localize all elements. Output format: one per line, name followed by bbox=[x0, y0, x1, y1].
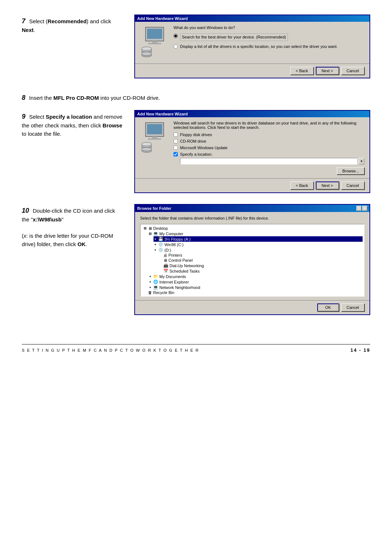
tree-label-ie: Internet Explorer bbox=[159, 280, 189, 284]
step9-cb4-row: Specify a location: bbox=[173, 152, 364, 156]
svg-rect-3 bbox=[148, 43, 161, 44]
close-button[interactable]: × bbox=[362, 206, 367, 211]
tree-expand-win98[interactable]: + bbox=[154, 243, 157, 246]
step7-radio2-label: Display a list of all the drivers in a s… bbox=[180, 44, 338, 49]
step7-radio1-input[interactable] bbox=[173, 34, 178, 38]
step9-browse-button[interactable]: Browse... bbox=[337, 167, 364, 175]
tree-expand-d[interactable]: + bbox=[154, 248, 157, 252]
step7-radio1: Search for the best driver for your devi… bbox=[173, 33, 364, 41]
tree-expand-scheduledtasks bbox=[159, 269, 162, 273]
tree-item-networkhood[interactable]: + 💻 Network Neighborhood bbox=[148, 285, 363, 290]
tree-item-scheduledtasks[interactable]: 📅 Scheduled Tasks bbox=[159, 268, 363, 274]
step9-cb2: CD-ROM drive bbox=[173, 139, 364, 143]
tree-item-dialup[interactable]: 📠 Dial-Up Networking bbox=[159, 263, 363, 268]
step9-cb2-input[interactable] bbox=[173, 139, 178, 143]
step7-radio2: Display a list of all the drivers in a s… bbox=[173, 44, 364, 49]
svg-point-6 bbox=[142, 47, 152, 50]
svg-rect-2 bbox=[152, 41, 157, 43]
svg-rect-11 bbox=[152, 136, 157, 138]
tree-item-win98[interactable]: + 💿 Win98 (C:) bbox=[154, 242, 363, 247]
step7-dialog-content: What do you want Windows to do? Search f… bbox=[173, 25, 364, 60]
step7-dialog-titlebar: Add New Hardware Wizard bbox=[135, 15, 369, 22]
tree-expand-recyclebin bbox=[143, 291, 147, 294]
tree-label-dialup: Dial-Up Networking bbox=[170, 264, 204, 268]
tree-icon-mycomputer: 💻 bbox=[153, 231, 158, 236]
step7-cancel-button[interactable]: Cancel bbox=[341, 67, 364, 75]
step9-cb1-input[interactable] bbox=[173, 132, 178, 137]
tree-label-desktop: Desktop bbox=[153, 226, 168, 230]
step7-bold2: Next bbox=[22, 27, 34, 33]
step9-section: 9 Select Specify a location and remove t… bbox=[22, 110, 370, 193]
step10-ok-button[interactable]: OK bbox=[317, 303, 339, 311]
tree-item-controlpanel[interactable]: 🖥 Control Panel bbox=[159, 258, 363, 263]
tree-expand-printers bbox=[159, 253, 162, 257]
step9-location-input[interactable] bbox=[180, 158, 357, 164]
tree-item-mydocuments[interactable]: + 📁 My Documents bbox=[148, 274, 363, 279]
tree-icon-desktop: 🖥 bbox=[148, 226, 152, 230]
tree-icon-win98: 💿 bbox=[158, 242, 163, 247]
step10-section: 10 Double-click the CD icon and click th… bbox=[22, 204, 370, 315]
tree-item-mycomputer[interactable]: ⊟ 💻 My Computer bbox=[148, 231, 363, 236]
step7-dialog-footer: < Back Next > Cancel bbox=[135, 64, 369, 78]
step8-text-after: into your CD-ROM drive. bbox=[99, 95, 160, 101]
tree-icon-floppy: 💾 bbox=[158, 237, 163, 241]
tree-label-floppy: 3½ Floppy (A:) bbox=[164, 237, 191, 241]
step7-dialog-question: What do you want Windows to do? bbox=[173, 25, 364, 30]
step7-section: 7 Select (Recommended) and click Next. A… bbox=[22, 15, 370, 78]
tree-expand-mydocuments[interactable]: + bbox=[148, 275, 152, 278]
step10-tree-view[interactable]: ⊟ 🖥 Desktop ⊟ 💻 My Computer + 💾 3½ Flopp… bbox=[140, 224, 364, 297]
step7-radio2-input[interactable] bbox=[173, 44, 178, 49]
step10-dialog-desc: Select the folder that contains driver i… bbox=[140, 216, 364, 221]
step9-back-button[interactable]: < Back bbox=[290, 181, 314, 189]
tree-item-printers[interactable]: 🖨 Printers bbox=[159, 253, 363, 258]
footer-text: S E T T I N G U P T H E M F C A N D P C … bbox=[22, 348, 199, 352]
step10-bold2: OK bbox=[77, 241, 86, 247]
tree-item-ie[interactable]: + 🌐 Internet Explorer bbox=[148, 279, 363, 285]
step7-number: 7 bbox=[22, 17, 25, 25]
step9-dropdown-btn[interactable]: ▼ bbox=[359, 158, 364, 164]
step9-specify-location: Specify a location: ▼ Browse... bbox=[173, 152, 364, 175]
tree-expand-ie[interactable]: + bbox=[148, 280, 152, 284]
tree-label-mydocuments: My Documents bbox=[159, 274, 186, 279]
step8-number: 8 bbox=[22, 94, 25, 101]
step7-next-button[interactable]: Next > bbox=[316, 67, 339, 75]
step9-cancel-button[interactable]: Cancel bbox=[341, 181, 364, 189]
tree-icon-networkhood: 💻 bbox=[153, 285, 158, 290]
browse-titlebar-buttons: ? × bbox=[356, 206, 367, 211]
step7-text: 7 Select (Recommended) and click Next. bbox=[22, 15, 123, 34]
help-button[interactable]: ? bbox=[356, 206, 362, 211]
step9-dialog-body: Windows will search for new drivers in i… bbox=[135, 117, 369, 178]
tree-label-controlpanel: Control Panel bbox=[168, 258, 193, 262]
tree-item-d[interactable]: + 💿 (D:) bbox=[154, 247, 363, 253]
step7-back-button[interactable]: < Back bbox=[290, 67, 314, 75]
step9-cb3: Microsoft Windows Update bbox=[173, 146, 364, 150]
step7-dialog-image bbox=[140, 25, 169, 60]
step10-dialog: Browse for Folder ? × Select the folder … bbox=[134, 204, 370, 315]
step7-dialog-body: What do you want Windows to do? Search f… bbox=[135, 22, 369, 64]
tree-expand-floppy[interactable]: + bbox=[154, 237, 157, 241]
step9-cb1-label: Floppy disk drives bbox=[180, 132, 212, 137]
tree-label-d: (D:) bbox=[164, 248, 171, 252]
tree-item-desktop[interactable]: ⊟ 🖥 Desktop bbox=[143, 226, 363, 231]
tree-item-recyclebin[interactable]: 🗑 Recycle Bin bbox=[143, 290, 363, 295]
step9-dialog: Add New Hardware Wizard bbox=[134, 110, 370, 193]
step7-dialog: Add New Hardware Wizard bbox=[134, 15, 370, 78]
tree-item-floppy[interactable]: + 💾 3½ Floppy (A:) bbox=[154, 236, 363, 242]
svg-point-15 bbox=[142, 142, 152, 146]
step10-number: 10 bbox=[22, 207, 29, 214]
step9-dialog-footer: < Back Next > Cancel bbox=[135, 178, 369, 192]
tree-expand-mycomputer[interactable]: ⊟ bbox=[148, 232, 152, 236]
tree-icon-controlpanel: 🖥 bbox=[163, 258, 167, 262]
tree-icon-ie: 🌐 bbox=[153, 279, 158, 284]
svg-point-17 bbox=[142, 147, 152, 151]
tree-label-win98: Win98 (C:) bbox=[164, 242, 184, 247]
step10-cancel-button[interactable]: Cancel bbox=[341, 303, 364, 311]
tree-expand-networkhood[interactable]: + bbox=[148, 286, 152, 289]
step9-next-button[interactable]: Next > bbox=[316, 181, 339, 189]
step9-cb4-input[interactable] bbox=[173, 152, 178, 156]
step9-cb3-input[interactable] bbox=[173, 146, 178, 150]
tree-expand-desktop[interactable]: ⊟ bbox=[143, 227, 147, 230]
step9-dialog-title: Add New Hardware Wizard bbox=[137, 112, 188, 116]
svg-rect-10 bbox=[147, 124, 162, 134]
page-footer: S E T T I N G U P T H E M F C A N D P C … bbox=[22, 344, 370, 353]
